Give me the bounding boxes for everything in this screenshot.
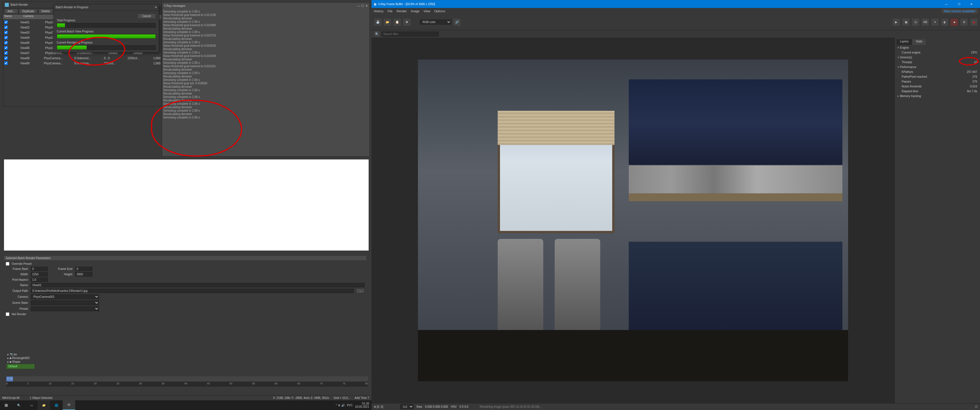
override-label: Override Preset: [12, 262, 32, 265]
menu-history[interactable]: History: [374, 10, 383, 13]
settings-icon[interactable]: ⚙: [960, 18, 968, 26]
channel-select[interactable]: RGB color: [420, 20, 451, 24]
close-icon[interactable]: ✕: [366, 4, 368, 7]
row-checkbox[interactable]: [4, 36, 8, 39]
menu-view[interactable]: View: [424, 10, 430, 13]
cancel-button[interactable]: Cancel: [137, 13, 156, 19]
layer-default[interactable]: Default: [6, 364, 35, 369]
pixel-icon[interactable]: ⊡: [912, 18, 920, 26]
stop-icon[interactable]: ■: [950, 18, 958, 26]
pixel-aspect-label: Pixel Aspect:: [6, 278, 29, 281]
frame-start-input[interactable]: [31, 267, 48, 271]
info-icon[interactable]: ⓘ: [975, 405, 978, 409]
scene-state-select[interactable]: [31, 300, 99, 305]
stat-ppr: Paths/Pixel reached: [898, 75, 927, 78]
vray-msg-body[interactable]: Denoising complete in 2.06 sNoise thresh…: [162, 9, 369, 156]
stat-devices-section[interactable]: Device(s): [897, 55, 978, 59]
progress-dialog: Batch Render In Progress ✕ Cancel Total …: [54, 4, 159, 52]
width-input[interactable]: [31, 272, 48, 277]
row-checkbox[interactable]: [4, 25, 8, 29]
stat-perf-section[interactable]: Performance: [897, 65, 978, 69]
max-icon[interactable]: Ⓜ: [63, 400, 75, 410]
tray-lang[interactable]: РУС: [347, 404, 353, 407]
name-input[interactable]: [31, 283, 365, 287]
maximize-icon[interactable]: ☐: [361, 4, 364, 7]
tray-icons[interactable]: ˄ ⚙ 🔊: [336, 404, 345, 407]
menu-options[interactable]: Options: [434, 10, 445, 13]
output-path-label: Output Path:: [6, 289, 29, 292]
new-version-link[interactable]: New version available!: [942, 9, 978, 13]
scene-state-label: Scene State:: [6, 301, 29, 304]
batch-row[interactable]: View09PhysCamera...S:\Interiors\...2250x…: [3, 60, 162, 66]
output-path-input[interactable]: [31, 289, 354, 293]
link-icon[interactable]: 🔗: [453, 18, 461, 26]
add-button[interactable]: Add...: [4, 9, 18, 14]
row-checkbox[interactable]: [4, 41, 8, 44]
delete-button[interactable]: Delete: [38, 9, 53, 14]
search-icon[interactable]: 🔍: [374, 31, 380, 37]
minimize-icon[interactable]: —: [357, 4, 360, 7]
frame-end-input[interactable]: [75, 267, 92, 271]
chrome-icon[interactable]: 🌐: [50, 400, 63, 410]
debug-icon[interactable]: 🐞: [970, 18, 978, 26]
menu-image[interactable]: Image: [411, 10, 420, 13]
row-checkbox[interactable]: [4, 31, 8, 34]
task-view-icon[interactable]: ▭: [25, 400, 38, 410]
zoom-select[interactable]: 1x1: [400, 404, 414, 409]
row-checkbox[interactable]: [4, 56, 8, 60]
preset-select[interactable]: [31, 307, 99, 311]
stat-engine-section[interactable]: Engine: [897, 46, 978, 50]
copy-icon[interactable]: 📋: [393, 18, 401, 26]
tray-date[interactable]: 10.05.2021: [355, 405, 369, 408]
batch-row[interactable]: View08PhysCamera...S:\Interiors\...0 - 0…: [3, 56, 162, 60]
vfb-status-bar: ⊕ [0, 0] 1x1 Raw 0.000 0.000 0.000 HSV 0…: [371, 403, 980, 410]
load-icon[interactable]: 📂: [383, 18, 391, 26]
camera-select[interactable]: PhysCamera001: [31, 294, 99, 299]
pixel-aspect-input[interactable]: [31, 278, 48, 282]
save-icon[interactable]: 💾: [374, 18, 382, 26]
browse-button[interactable]: ...: [356, 288, 365, 293]
height-input[interactable]: [75, 272, 92, 277]
row-checkbox[interactable]: [4, 62, 8, 65]
compare-icon[interactable]: AB: [921, 18, 929, 26]
override-checkbox[interactable]: [6, 262, 10, 265]
windows-taskbar[interactable]: ⊞ 🔍 ▭ 📁 🌐 Ⓜ ˄ ⚙ 🔊 РУС 01:35 10.05.2021: [0, 400, 371, 410]
net-render-checkbox[interactable]: [6, 312, 10, 316]
row-checkbox[interactable]: [4, 46, 8, 49]
stat-current-engine: Current engine: [898, 51, 920, 54]
search-input[interactable]: [382, 32, 439, 37]
system-tray[interactable]: ˄ ⚙ 🔊 РУС 01:35 10.05.2021: [336, 402, 369, 408]
viewport[interactable]: [4, 159, 369, 251]
render-icon[interactable]: ▶: [892, 18, 900, 26]
row-checkbox[interactable]: [4, 51, 8, 55]
stat-memory-section[interactable]: Memory tracking: [897, 94, 978, 98]
timeline-frame-marker[interactable]: 0 / 80: [6, 377, 13, 381]
menu-file[interactable]: File: [387, 10, 393, 13]
search-icon[interactable]: 🔍: [13, 400, 25, 410]
col-name: Name: [4, 14, 12, 19]
grid-readout: Grid = 10,0...: [334, 396, 350, 399]
progress-titlebar[interactable]: Batch Render In Progress ✕: [54, 4, 159, 11]
explorer-icon[interactable]: 📁: [38, 400, 50, 410]
vfb-titlebar[interactable]: ▦ V-Ray Frame Buffer - [50.0% of 3000 x …: [371, 0, 980, 8]
lens-icon[interactable]: ✦: [931, 18, 939, 26]
render-viewport[interactable]: [371, 38, 894, 403]
region-icon[interactable]: ▣: [902, 18, 910, 26]
vfb-stats-panel: Layers Stats Engine Current engineCPU De…: [894, 38, 980, 403]
clear-icon[interactable]: ✖: [403, 18, 411, 26]
close-icon[interactable]: ✕: [155, 6, 157, 9]
tray-time[interactable]: 01:35: [355, 402, 369, 405]
minimize-icon[interactable]: —: [940, 0, 953, 8]
tab-layers[interactable]: Layers: [897, 39, 912, 45]
row-checkbox[interactable]: [4, 21, 8, 24]
timeline-ruler[interactable]: 05101520253035404550556065707580: [6, 381, 368, 387]
menu-render[interactable]: Render: [396, 10, 407, 13]
tab-stats[interactable]: Stats: [913, 39, 926, 45]
duplicate-button[interactable]: Duplicate: [19, 9, 37, 14]
cc-icon[interactable]: ◐: [941, 18, 949, 26]
start-button[interactable]: ⊞: [0, 400, 13, 410]
close-icon[interactable]: ✕: [965, 0, 978, 8]
maximize-icon[interactable]: ☐: [953, 0, 965, 8]
timeline-bar[interactable]: [6, 377, 368, 381]
vray-msg-titlebar[interactable]: V-Ray messages — ☐ ✕: [162, 3, 369, 9]
